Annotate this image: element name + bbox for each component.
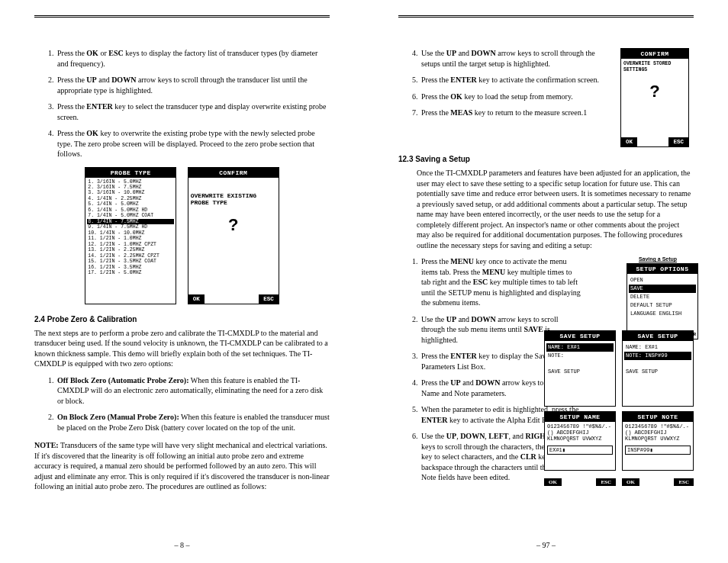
question-icon: ? <box>621 82 688 101</box>
lcd-probe-type: PROBE TYPE 1. 3/16IN - 5.0MHZ2. 3/16IN -… <box>85 167 176 304</box>
esc-button[interactable]: ESC <box>674 478 694 486</box>
lcd-title: SAVE SETUP <box>623 331 693 341</box>
lcd-body: OPENSAVEDELETEDEFAULT SETUPLANGUAGE ENGL… <box>627 274 697 320</box>
step: Press the MENU key once to activate the … <box>420 256 581 308</box>
ok-esc-row: OK ESC <box>622 478 694 486</box>
esc-button[interactable]: ESC <box>596 478 616 486</box>
lcd-body: NAME: EX#1 NOTE: SAVE SETUP <box>545 341 615 378</box>
left-steps: Press the OK or ESC keys to display the … <box>34 48 330 159</box>
lcd-save-setup-1: SAVE SETUP NAME: EX#1 NOTE: SAVE SETUP <box>544 330 616 407</box>
body-para: Once the TI-CMXDLP parameters and featur… <box>417 168 694 250</box>
input-value[interactable]: INSP#99▮ <box>625 446 691 455</box>
lcd-body: 1. 3/16IN - 5.0MHZ2. 3/16IN - 7.5MHZ3. 3… <box>85 178 176 278</box>
lcd-title: SETUP OPTIONS <box>627 264 697 274</box>
ok-button[interactable]: OK <box>188 294 205 304</box>
lcd-setup-name: SETUP NAME 0123456789 !"#$%&/.-() ABCDEF… <box>544 411 616 471</box>
lcd-confirm: CONFIRM OVERWRITE EXISTING PROBE TYPE ? … <box>188 167 279 304</box>
esc-button[interactable]: ESC <box>259 294 279 304</box>
lcd-footer: OK ESC <box>621 137 688 146</box>
lcd-title: CONFIRM <box>188 168 279 178</box>
header-rule <box>34 15 330 18</box>
body-para: The next steps are to perform a probe ze… <box>34 328 330 369</box>
lcd-title: SETUP NAME <box>545 412 615 422</box>
question-icon: ? <box>188 215 279 235</box>
setup-col-right: SAVE SETUP NAME: EX#1 NOTE: INSP#99 SAVE… <box>622 330 694 486</box>
lcd-setup-options: SETUP OPTIONS OPENSAVEDELETEDEFAULT SETU… <box>627 263 698 339</box>
lcd-confirm: CONFIRM OVERWRITE STORED SETTINGS ? OK E… <box>620 48 689 147</box>
right-page: CONFIRM OVERWRITE STORED SETTINGS ? OK E… <box>364 0 728 563</box>
lcd-title: CONFIRM <box>621 49 688 59</box>
lcd-footer: OK ESC <box>188 294 279 304</box>
option: Off Block Zero (Automatic Probe Zero): W… <box>56 375 330 407</box>
step: Press the OK key to overwrite the existi… <box>56 128 330 159</box>
ok-button[interactable]: OK <box>544 478 562 486</box>
lcd-title: SETUP NOTE <box>623 412 693 422</box>
lcd-save-setup-2: SAVE SETUP NAME: EX#1 NOTE: INSP#99 SAVE… <box>622 330 694 407</box>
section-heading: 12.3 Saving a Setup <box>398 155 694 163</box>
ok-button[interactable]: OK <box>622 478 639 486</box>
section-heading: 2.4 Probe Zero & Calibration <box>34 315 330 323</box>
header-rule <box>398 15 694 18</box>
step: Press the UP and DOWN arrow keys to scro… <box>56 75 330 95</box>
step: Press the OK or ESC keys to display the … <box>56 48 330 69</box>
page-number: – 97 – <box>364 541 728 549</box>
page-spread: Press the OK or ESC keys to display the … <box>0 0 728 563</box>
step: Press the ENTER key to select the transd… <box>56 101 330 122</box>
lcd-body: OVERWRITE STORED SETTINGS <box>621 59 688 76</box>
char-grid[interactable]: 0123456789 !"#$%&/.-() ABCDEFGHIJ KLMNOP… <box>623 422 693 443</box>
lcd-row: PROBE TYPE 1. 3/16IN - 5.0MHZ2. 3/16IN -… <box>34 167 330 304</box>
lcd-caption: Saving a Setup <box>622 256 694 262</box>
page-number: – 8 – <box>0 541 364 549</box>
ok-esc-row: OK ESC <box>544 478 616 486</box>
note: NOTE: Transducers of the same type will … <box>34 440 330 492</box>
lcd-setup-note: SETUP NOTE 0123456789 !"#$%&/.-() ABCDEF… <box>622 411 694 471</box>
lcd-body: OVERWRITE EXISTING PROBE TYPE <box>188 190 279 209</box>
left-page: Press the OK or ESC keys to display the … <box>0 0 364 563</box>
option: On Block Zero (Manual Probe Zero): When … <box>56 412 330 433</box>
lcd-title: SAVE SETUP <box>545 331 615 341</box>
lcd-title: PROBE TYPE <box>85 168 176 178</box>
lcd-body: NAME: EX#1 NOTE: INSP#99 SAVE SETUP <box>623 341 693 378</box>
zero-options: Off Block Zero (Automatic Probe Zero): W… <box>34 375 330 433</box>
setup-options-block: Saving a Setup SETUP OPTIONS OPENSAVEDEL… <box>622 256 694 339</box>
input-value[interactable]: EX#1▮ <box>547 446 613 455</box>
esc-button[interactable]: ESC <box>668 137 688 146</box>
char-grid[interactable]: 0123456789 !"#$%&/.-() ABCDEFGHIJ KLMNOP… <box>545 422 615 443</box>
ok-button[interactable]: OK <box>621 137 637 146</box>
